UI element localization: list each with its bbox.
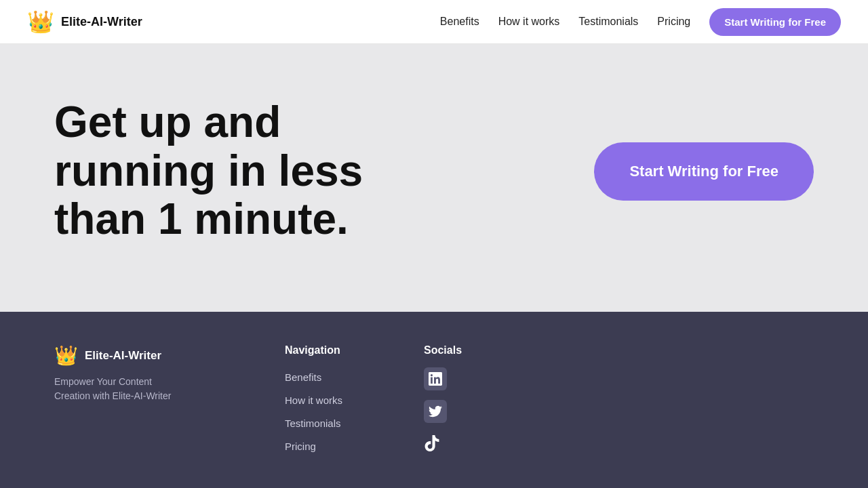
footer-logo[interactable]: 👑 Elite-AI-Writer <box>54 344 203 367</box>
footer-logo-text: Elite-AI-Writer <box>85 349 161 363</box>
nav-pricing[interactable]: Pricing <box>657 16 690 28</box>
nav-benefits[interactable]: Benefits <box>440 16 479 28</box>
hero-cta-button[interactable]: Start Writing for Free <box>594 142 814 201</box>
tiktok-icon[interactable] <box>424 435 462 455</box>
footer-logo-icon: 👑 <box>54 344 78 367</box>
footer-brand: 👑 Elite-AI-Writer Empower Your Content C… <box>54 344 203 455</box>
linkedin-icon[interactable] <box>424 367 447 390</box>
header-cta-button[interactable]: Start Writing for Free <box>709 8 841 36</box>
nav-testimonials[interactable]: Testimonials <box>578 16 638 28</box>
hero-section: Get up and running in less than 1 minute… <box>0 44 868 312</box>
footer-socials: Socials <box>424 344 462 455</box>
header: 👑 Elite-AI-Writer Benefits How it works … <box>0 0 868 44</box>
footer-nav-how-it-works[interactable]: How it works <box>285 390 342 411</box>
footer: 👑 Elite-AI-Writer Empower Your Content C… <box>0 312 868 488</box>
nav: Benefits How it works Testimonials Prici… <box>440 8 841 36</box>
nav-how-it-works[interactable]: How it works <box>498 16 560 28</box>
twitter-icon[interactable] <box>424 400 447 423</box>
footer-nav-title: Navigation <box>285 344 342 357</box>
hero-title: Get up and running in less than 1 minute… <box>54 98 434 244</box>
logo-icon: 👑 <box>27 11 54 33</box>
footer-navigation: Navigation Benefits How it works Testimo… <box>285 344 342 455</box>
logo-text: Elite-AI-Writer <box>61 15 142 29</box>
footer-nav-benefits[interactable]: Benefits <box>285 367 342 388</box>
footer-tagline: Empower Your Content Creation with Elite… <box>54 375 190 403</box>
logo[interactable]: 👑 Elite-AI-Writer <box>27 11 142 33</box>
footer-nav-testimonials[interactable]: Testimonials <box>285 413 342 434</box>
footer-nav-pricing[interactable]: Pricing <box>285 436 342 457</box>
footer-socials-title: Socials <box>424 344 462 357</box>
